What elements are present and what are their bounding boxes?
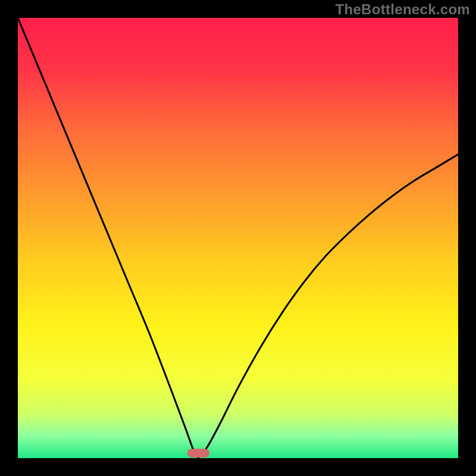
chart-frame: TheBottleneck.com: [0, 0, 476, 476]
optimum-marker: [187, 449, 209, 458]
watermark-text: TheBottleneck.com: [336, 1, 470, 18]
chart-svg: [18, 18, 458, 458]
gradient-background: [18, 18, 458, 458]
chart-plot-area: [18, 18, 458, 458]
